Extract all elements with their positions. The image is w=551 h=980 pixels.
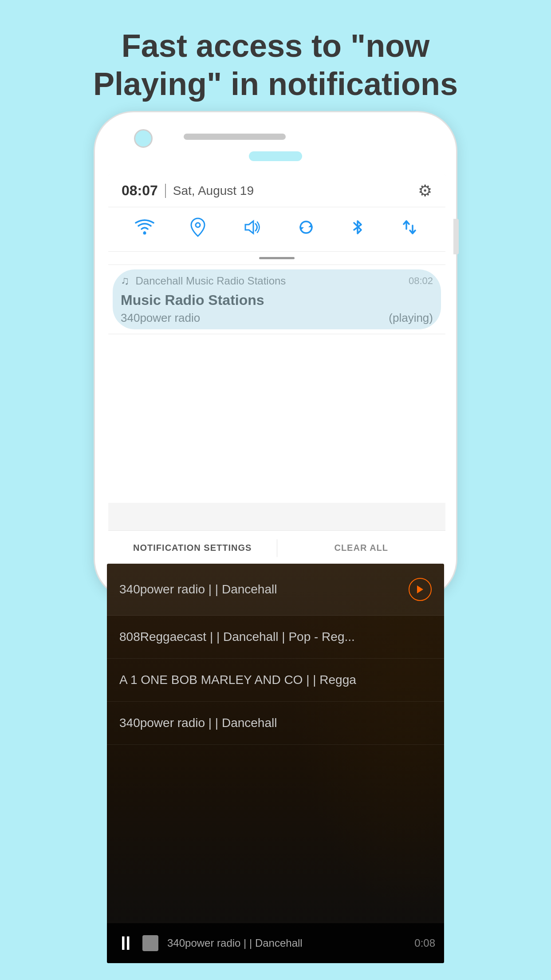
- notification-header: ♫ Dancehall Music Radio Stations 08:02: [121, 274, 433, 288]
- bluetooth-icon[interactable]: [350, 217, 365, 241]
- stop-button[interactable]: [142, 935, 158, 951]
- notification-station: 340power radio: [121, 311, 200, 325]
- drag-handle-line: [259, 257, 295, 259]
- station-row-3[interactable]: A 1 ONE BOB MARLEY AND CO | | Regga: [107, 659, 444, 702]
- location-icon[interactable]: [189, 217, 206, 241]
- notification-subtitle: 340power radio (playing): [121, 311, 433, 325]
- wifi-icon[interactable]: [135, 219, 154, 240]
- station-name-4: 340power radio | | Dancehall: [119, 716, 432, 730]
- station-list: 340power radio | | Dancehall 808Reggaeca…: [107, 564, 444, 745]
- phone-camera: [134, 129, 153, 148]
- status-time: 08:07: [122, 182, 158, 199]
- headline-line1: Fast access to "now: [122, 28, 429, 63]
- phone-speaker: [184, 134, 286, 140]
- clear-all-button[interactable]: CLEAR ALL: [277, 543, 446, 553]
- empty-notification-area: [108, 334, 445, 503]
- svg-marker-4: [417, 585, 423, 593]
- phone-shell: 08:07 Sat, August 19 ⚙: [94, 111, 457, 599]
- music-note-icon: ♫: [121, 274, 130, 288]
- station-row-4[interactable]: 340power radio | | Dancehall: [107, 702, 444, 745]
- quick-settings-panel: [108, 207, 445, 252]
- notification-title: Music Radio Stations: [121, 292, 433, 308]
- status-divider: [165, 184, 166, 198]
- gear-icon[interactable]: ⚙: [418, 182, 432, 200]
- notification-time: 08:02: [409, 275, 433, 287]
- phone-volume-button: [453, 219, 459, 254]
- notification-app-name: Dancehall Music Radio Stations: [136, 275, 409, 287]
- drag-handle: [108, 252, 445, 265]
- phone-screen: 08:07 Sat, August 19 ⚙: [108, 174, 445, 565]
- status-date: Sat, August 19: [173, 184, 418, 198]
- station-name-3: A 1 ONE BOB MARLEY AND CO | | Regga: [119, 673, 432, 687]
- player-bar: ⏸ 340power radio | | Dancehall 0:08: [107, 923, 444, 963]
- notification-status: (playing): [389, 311, 433, 325]
- data-arrows-icon[interactable]: [400, 217, 419, 241]
- headline-line2: Playing" in notifications: [93, 66, 458, 102]
- station-row-1[interactable]: 340power radio | | Dancehall: [107, 564, 444, 616]
- station-name-1: 340power radio | | Dancehall: [119, 582, 409, 597]
- player-controls: ⏸: [116, 932, 158, 954]
- status-bar: 08:07 Sat, August 19 ⚙: [108, 174, 445, 207]
- svg-point-0: [143, 232, 146, 235]
- station-row-2[interactable]: 808Reggaecast | | Dancehall | Pop - Reg.…: [107, 616, 444, 659]
- player-station-name: 340power radio | | Dancehall: [167, 937, 414, 949]
- app-content: 340power radio | | Dancehall 808Reggaeca…: [107, 564, 444, 963]
- sync-icon[interactable]: [297, 218, 315, 241]
- play-button-1[interactable]: [409, 578, 432, 601]
- pause-button[interactable]: ⏸: [116, 932, 135, 954]
- notification-settings-button[interactable]: NOTIFICATION SETTINGS: [108, 543, 277, 553]
- volume-icon[interactable]: [242, 219, 261, 240]
- phone-home-indicator: [249, 151, 302, 161]
- station-name-2: 808Reggaecast | | Dancehall | Pop - Reg.…: [119, 630, 432, 644]
- notification-bottom-bar: NOTIFICATION SETTINGS CLEAR ALL: [108, 530, 445, 565]
- svg-point-1: [196, 223, 200, 227]
- player-time: 0:08: [414, 937, 435, 949]
- notification-card[interactable]: ♫ Dancehall Music Radio Stations 08:02 M…: [108, 265, 445, 334]
- headline: Fast access to "now Playing" in notifica…: [0, 0, 551, 121]
- phone-mockup: 08:07 Sat, August 19 ⚙: [94, 111, 457, 968]
